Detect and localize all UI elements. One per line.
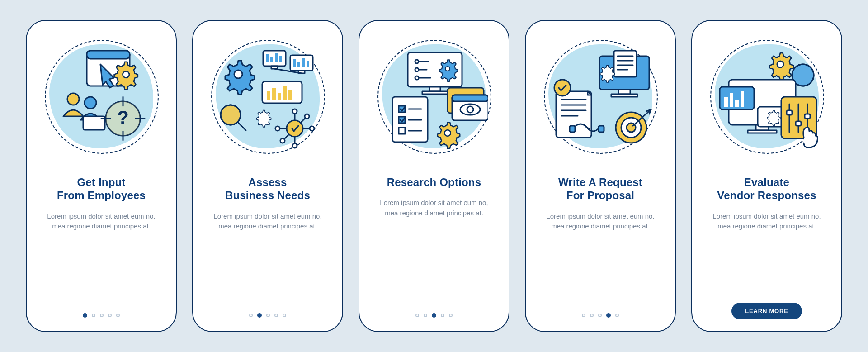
svg-line-35 (238, 122, 246, 130)
dot-3[interactable] (266, 314, 270, 317)
svg-rect-32 (288, 90, 292, 100)
svg-rect-22 (297, 62, 300, 67)
svg-point-92 (777, 61, 783, 67)
card-title: Evaluate Vendor Responses (717, 176, 816, 202)
svg-point-44 (310, 126, 314, 131)
svg-rect-51 (422, 91, 448, 94)
svg-rect-23 (302, 58, 305, 67)
svg-rect-86 (570, 126, 575, 132)
svg-rect-75 (614, 51, 637, 77)
svg-rect-111 (805, 114, 810, 119)
card-title: Assess Business Needs (225, 176, 310, 202)
svg-rect-24 (307, 61, 309, 67)
svg-point-40 (292, 143, 297, 148)
svg-rect-18 (279, 56, 282, 62)
svg-rect-103 (741, 91, 744, 107)
learn-more-button[interactable]: LEARN MORE (731, 303, 802, 319)
card-title: Research Options (387, 176, 481, 189)
dot-1[interactable] (83, 313, 87, 318)
svg-rect-109 (796, 121, 801, 126)
svg-point-58 (445, 67, 450, 71)
card-title: Write A Request For Proposal (558, 176, 642, 202)
dot-5[interactable] (449, 314, 453, 317)
dot-1[interactable] (249, 314, 253, 317)
dot-5[interactable] (615, 314, 619, 317)
dot-1[interactable] (415, 314, 419, 317)
dot-2[interactable] (257, 313, 262, 318)
card-body: Lorem ipsum dolor sit amet eum no, mea r… (211, 211, 324, 232)
svg-point-3 (67, 93, 79, 105)
dot-4[interactable] (441, 314, 444, 317)
dot-3[interactable] (100, 314, 104, 317)
card-body: Lorem ipsum dolor sit amet eum no, mea r… (45, 211, 158, 232)
svg-line-47 (284, 134, 289, 139)
svg-rect-21 (293, 59, 296, 67)
dot-4[interactable] (606, 313, 611, 318)
dot-3[interactable] (432, 313, 436, 318)
dot-5[interactable] (116, 314, 120, 317)
svg-text:?: ? (117, 107, 129, 128)
card-body: Lorem ipsum dolor sit amet eum no, mea r… (710, 211, 823, 232)
svg-rect-107 (787, 110, 792, 115)
onboarding-carousel: ? Get Input From Employees Lorem ipsum d… (0, 0, 868, 352)
svg-point-71 (444, 130, 451, 136)
assess-business-needs-icon (210, 33, 326, 160)
svg-point-42 (275, 126, 280, 131)
svg-rect-61 (452, 95, 488, 101)
svg-rect-1 (87, 51, 130, 59)
dot-2[interactable] (92, 314, 95, 317)
svg-rect-31 (283, 86, 287, 100)
onboarding-card-1: ? Get Input From Employees Lorem ipsum d… (26, 20, 177, 332)
dot-2[interactable] (590, 314, 594, 317)
svg-rect-69 (399, 128, 405, 134)
onboarding-card-4: Write A Request For Proposal Lorem ipsum… (525, 20, 676, 332)
onboarding-card-2: Assess Business Needs Lorem ipsum dolor … (192, 20, 343, 332)
progress-dots (249, 313, 286, 318)
svg-point-4 (85, 97, 96, 109)
dot-2[interactable] (424, 314, 427, 317)
svg-rect-30 (278, 93, 281, 100)
onboarding-card-5: Evaluate Vendor Responses Lorem ipsum do… (691, 20, 842, 332)
svg-rect-28 (267, 91, 270, 100)
svg-rect-101 (730, 93, 733, 107)
research-options-icon (377, 33, 492, 160)
svg-rect-87 (599, 126, 604, 132)
card-body: Lorem ipsum dolor sit amet eum no, mea r… (377, 198, 491, 218)
dot-5[interactable] (283, 314, 286, 317)
svg-rect-102 (735, 100, 739, 107)
svg-rect-98 (748, 130, 777, 133)
svg-point-46 (305, 114, 309, 119)
input-from-employees-icon: ? (44, 33, 159, 160)
evaluate-responses-icon (709, 33, 825, 160)
svg-rect-15 (266, 54, 269, 62)
dot-4[interactable] (274, 314, 278, 317)
progress-dots (415, 313, 453, 318)
onboarding-card-3: Research Options Lorem ipsum dolor sit a… (359, 20, 509, 332)
progress-dots (582, 313, 619, 318)
dot-1[interactable] (582, 314, 585, 317)
svg-rect-16 (270, 57, 273, 62)
svg-rect-74 (611, 94, 637, 97)
svg-point-85 (554, 80, 571, 96)
svg-rect-29 (272, 88, 276, 100)
dot-4[interactable] (108, 314, 112, 317)
card-title: Get Input From Employees (57, 176, 146, 202)
write-rfp-icon (543, 33, 658, 160)
svg-point-48 (280, 138, 285, 143)
dot-3[interactable] (598, 314, 602, 317)
svg-point-38 (292, 109, 297, 114)
progress-dots (83, 313, 120, 318)
card-body: Lorem ipsum dolor sit amet eum no, mea r… (544, 211, 657, 232)
svg-point-26 (234, 70, 242, 78)
svg-rect-17 (275, 53, 278, 62)
svg-point-2 (123, 71, 129, 78)
svg-rect-100 (724, 97, 728, 107)
svg-line-45 (301, 118, 306, 123)
